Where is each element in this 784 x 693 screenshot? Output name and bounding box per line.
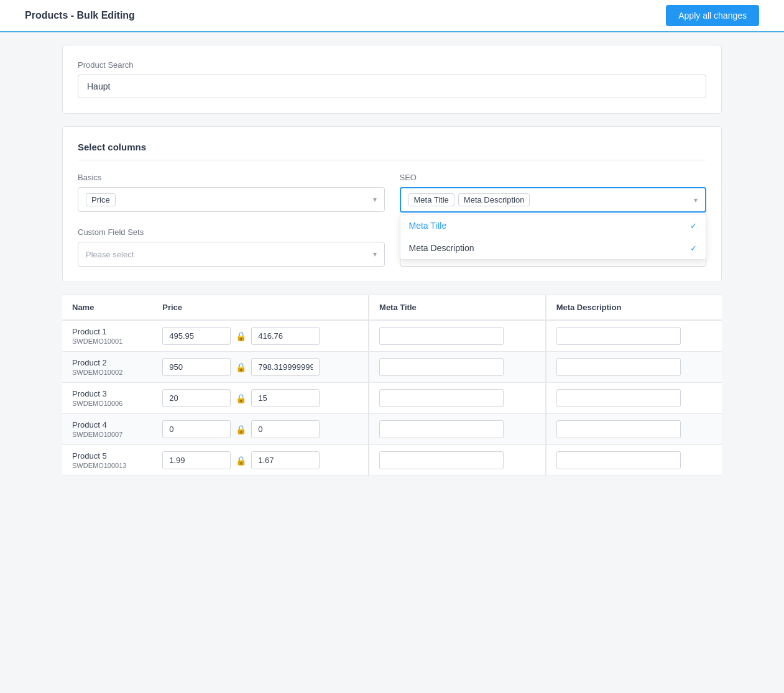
meta-description-input[interactable] xyxy=(556,358,681,376)
price-input-2[interactable] xyxy=(251,389,320,407)
lock-icon: 🔒 xyxy=(233,362,249,372)
cell-name: Product 5 SWDEMO100013 xyxy=(62,445,152,476)
meta-title-input[interactable] xyxy=(379,420,504,438)
price-input-1[interactable] xyxy=(162,358,231,376)
custom-field-sets-select[interactable]: Please select ▾ xyxy=(78,242,385,267)
price-input-2[interactable] xyxy=(251,451,320,469)
seo-tag-meta-title: Meta Title xyxy=(408,193,454,206)
custom-field-sets-label: Custom Field Sets xyxy=(78,227,385,237)
main-content: Product Search Select columns Basics Pri… xyxy=(0,32,784,489)
product-name: Product 1 xyxy=(72,327,142,336)
price-group: 🔒 xyxy=(162,451,358,469)
cell-meta-description xyxy=(546,445,722,476)
price-input-1[interactable] xyxy=(162,389,231,407)
cell-meta-description xyxy=(546,414,722,445)
cell-meta-title xyxy=(369,320,546,352)
select-columns-title: Select columns xyxy=(78,142,706,160)
col-header-meta-title: Meta Title xyxy=(369,295,546,320)
product-sku: SWDEMO10001 xyxy=(72,337,142,345)
product-sku: SWDEMO10007 xyxy=(72,431,142,438)
price-input-2[interactable] xyxy=(251,327,320,345)
table-row: Product 1 SWDEMO10001 🔒 xyxy=(62,320,722,352)
basics-select[interactable]: Price ▾ xyxy=(78,187,385,212)
cell-price: 🔒 xyxy=(152,352,369,383)
product-name: Product 4 xyxy=(72,420,142,429)
seo-tag-meta-description: Meta Description xyxy=(458,193,530,206)
meta-description-input[interactable] xyxy=(556,327,681,345)
cell-meta-title xyxy=(369,414,546,445)
seo-dropdown-container: Meta Title Meta Description ▾ Meta Title… xyxy=(400,187,707,213)
table-row: Product 4 SWDEMO10007 🔒 xyxy=(62,414,722,445)
meta-title-input[interactable] xyxy=(379,358,504,376)
seo-label: SEO xyxy=(400,173,707,182)
cell-price: 🔒 xyxy=(152,445,369,476)
cell-name: Product 3 SWDEMO10006 xyxy=(62,383,152,414)
columns-top-row: Basics Price ▾ SEO Meta Title Meta Descr… xyxy=(78,173,706,213)
custom-field-sets-placeholder: Please select xyxy=(86,250,373,259)
meta-description-input[interactable] xyxy=(556,389,681,407)
cell-meta-description xyxy=(546,352,722,383)
meta-title-check-icon: ✓ xyxy=(690,221,697,231)
lock-icon: 🔒 xyxy=(233,331,249,341)
basics-tag-price: Price xyxy=(86,193,116,206)
meta-description-input[interactable] xyxy=(556,420,681,438)
select-columns-card: Select columns Basics Price ▾ SEO xyxy=(62,126,722,282)
cell-meta-title xyxy=(369,383,546,414)
price-input-1[interactable] xyxy=(162,327,231,345)
meta-description-check-icon: ✓ xyxy=(690,244,697,253)
product-name: Product 2 xyxy=(72,358,142,367)
seo-option-meta-title[interactable]: Meta Title ✓ xyxy=(400,214,706,237)
meta-title-input[interactable] xyxy=(379,451,504,469)
lock-icon: 🔒 xyxy=(233,456,249,466)
seo-option-meta-title-label: Meta Title xyxy=(409,221,447,231)
lock-icon: 🔒 xyxy=(233,393,249,403)
custom-field-sets-chevron-icon: ▾ xyxy=(373,250,377,259)
table-row: Product 5 SWDEMO100013 🔒 xyxy=(62,445,722,476)
basics-label: Basics xyxy=(78,173,385,182)
col-header-meta-description: Meta Description xyxy=(546,295,722,320)
table-header-row: Name Price Meta Title Meta Description xyxy=(62,295,722,320)
product-sku: SWDEMO100013 xyxy=(72,462,142,469)
seo-select[interactable]: Meta Title Meta Description ▾ xyxy=(400,187,707,213)
price-input-1[interactable] xyxy=(162,451,231,469)
cell-meta-title xyxy=(369,352,546,383)
meta-title-input[interactable] xyxy=(379,389,504,407)
product-search-input[interactable] xyxy=(78,75,706,98)
price-group: 🔒 xyxy=(162,389,358,407)
meta-description-input[interactable] xyxy=(556,451,681,469)
product-sku: SWDEMO10002 xyxy=(72,369,142,376)
price-input-1[interactable] xyxy=(162,420,231,438)
product-name: Product 5 xyxy=(72,451,142,461)
table-row: Product 3 SWDEMO10006 🔒 xyxy=(62,383,722,414)
product-name: Product 3 xyxy=(72,389,142,398)
cell-price: 🔒 xyxy=(152,320,369,352)
seo-option-meta-description[interactable]: Meta Description ✓ xyxy=(400,237,706,259)
page-title: Products - Bulk Editing xyxy=(25,10,135,21)
cell-price: 🔒 xyxy=(152,383,369,414)
apply-all-changes-button[interactable]: Apply all changes xyxy=(666,5,759,26)
header: Products - Bulk Editing Apply all change… xyxy=(0,0,784,32)
seo-dropdown-list: Meta Title ✓ Meta Description ✓ xyxy=(400,214,707,260)
product-search-card: Product Search xyxy=(62,45,722,114)
seo-chevron-icon: ▾ xyxy=(694,196,698,204)
cell-name: Product 4 SWDEMO10007 xyxy=(62,414,152,445)
meta-title-input[interactable] xyxy=(379,327,504,345)
products-table: Name Price Meta Title Meta Description P… xyxy=(62,295,722,476)
price-input-2[interactable] xyxy=(251,358,320,376)
basics-chevron-icon: ▾ xyxy=(373,195,377,204)
col-header-name: Name xyxy=(62,295,152,320)
price-input-2[interactable] xyxy=(251,420,320,438)
table-row: Product 2 SWDEMO10002 🔒 xyxy=(62,352,722,383)
col-header-price: Price xyxy=(152,295,369,320)
basics-field: Basics Price ▾ xyxy=(78,173,385,213)
price-group: 🔒 xyxy=(162,327,358,345)
cell-price: 🔒 xyxy=(152,414,369,445)
price-group: 🔒 xyxy=(162,358,358,376)
product-sku: SWDEMO10006 xyxy=(72,400,142,407)
cell-name: Product 1 SWDEMO10001 xyxy=(62,320,152,352)
lock-icon: 🔒 xyxy=(233,425,249,434)
cell-meta-description xyxy=(546,320,722,352)
product-search-label: Product Search xyxy=(78,60,706,70)
seo-option-meta-description-label: Meta Description xyxy=(409,243,474,253)
price-group: 🔒 xyxy=(162,420,358,438)
